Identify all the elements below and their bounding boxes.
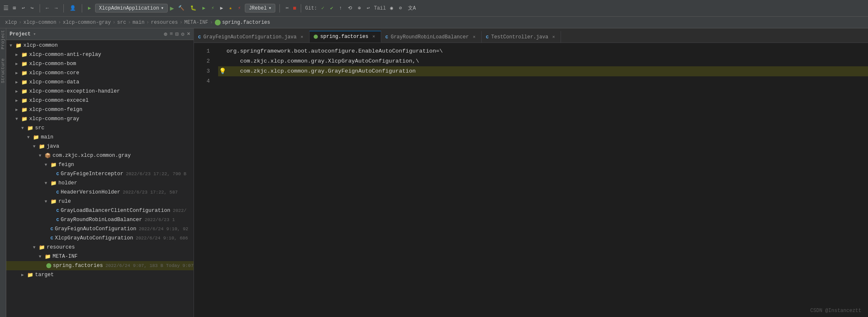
translate-icon[interactable]: 文A — [406, 4, 418, 13]
locate-icon[interactable]: ⊕ — [164, 31, 167, 38]
close-panel-icon[interactable]: × — [187, 31, 190, 37]
tab-close-spring[interactable]: × — [371, 34, 377, 40]
tree-node-xlcp-common[interactable]: ▼ 📁 xlcp-common — [6, 41, 194, 50]
tree-node-gray[interactable]: ▼ 📁 xlcp-common-gray — [6, 114, 194, 123]
breadcrumb-meta-inf[interactable]: META-INF — [184, 20, 209, 25]
tab-java-icon-1: C — [198, 35, 201, 40]
breadcrumb-xlcp[interactable]: xlcp — [5, 20, 17, 25]
toolbar-icon-5[interactable]: ★ — [227, 4, 234, 12]
code-editor[interactable]: 1 2 3 4 org.springframework.boot.autocon… — [194, 43, 868, 317]
tree-node-rule[interactable]: ▼ 📁 rule — [6, 197, 194, 206]
git-check-icon[interactable]: ✓ — [320, 4, 326, 12]
git-label: Git: — [305, 5, 317, 11]
tab-close-2[interactable]: × — [471, 34, 477, 40]
tree-node-glbcc[interactable]: C GrayLoadBalancerClientConfiguration 20… — [6, 206, 194, 215]
tab-spring-factories[interactable]: spring.factories × — [309, 31, 381, 43]
folder-icon-core: 📁 — [21, 70, 28, 76]
git-push-icon[interactable]: ↑ — [337, 5, 344, 12]
project-dropdown-icon[interactable]: ▾ — [33, 31, 36, 37]
class-icon-4: C — [56, 217, 59, 222]
user-icon[interactable]: 👤 — [68, 4, 78, 12]
collapse-icon[interactable]: ⊟ — [176, 31, 179, 38]
menu-icon[interactable]: ☰ — [3, 5, 9, 12]
tree-node-exception-handler[interactable]: ▶ 📁 xlcp-common-exception-handler — [6, 87, 194, 96]
stop-button[interactable]: ■ — [293, 5, 296, 12]
expand-all-icon[interactable]: ≡ — [170, 31, 173, 37]
git-revert-icon[interactable]: ↩ — [365, 4, 371, 12]
back-button[interactable]: ← — [44, 5, 50, 12]
debug-icon[interactable]: 🐛 — [189, 4, 198, 12]
gutter-icon-3: 💡 — [218, 66, 226, 76]
tab-close-3[interactable]: × — [551, 34, 556, 40]
project-header-actions: ⊕ ≡ ⊟ ⚙ × — [164, 31, 190, 38]
project-icon[interactable]: Project — [0, 30, 5, 49]
tree-node-main[interactable]: ▼ 📁 main — [6, 133, 194, 142]
tree-node-xgac[interactable]: C XlcpGrayAutoConfiguration 2022/6/24 9:… — [6, 234, 194, 243]
tree-node-data[interactable]: ▶ 📁 xlcp-common-data — [6, 78, 194, 87]
breadcrumb-resources[interactable]: resources — [151, 20, 178, 25]
tree-node-package[interactable]: ▼ 📦 com.zkjc.xlcp.common.gray — [6, 151, 194, 160]
build-icon[interactable]: 🔨 — [176, 4, 186, 12]
tree-node-feign[interactable]: ▼ 📁 feign — [6, 160, 194, 169]
toolbar-icon-3[interactable]: ↪ — [29, 4, 35, 12]
tab-test-controller[interactable]: C TestController.java × — [482, 31, 561, 43]
file-meta-spring: 2022/6/24 9:07, 183 B Today 9:07 — [106, 263, 194, 268]
tree-node-gfac[interactable]: C GrayFeignAutoConfiguration 2022/6/24 9… — [6, 224, 194, 234]
toolbar-icon-6[interactable]: ⚡ — [236, 4, 242, 12]
spring-dot-icon — [46, 263, 51, 268]
run-button[interactable]: ▶ — [170, 4, 174, 13]
run-debug-icon[interactable]: ⚡ — [209, 4, 216, 12]
folder-icon-anti-replay: 📁 — [21, 52, 28, 58]
jrebel-label: JRebel — [249, 5, 267, 11]
git-tick-icon[interactable]: ✔ — [329, 4, 335, 12]
code-line-2: com.zkjc.xlcp.common.gray.XlcpGrayAutoCo… — [218, 56, 868, 66]
tree-node-feign-top[interactable]: ▶ 📁 xlcp-common-feign — [6, 105, 194, 114]
tree-node-header-version[interactable]: C HeaderVersionHolder 2022/6/23 17:22, 5… — [6, 188, 194, 197]
vcs-icon[interactable]: ▶ — [86, 4, 93, 12]
tree-node-holder[interactable]: ▼ 📁 holder — [6, 179, 194, 188]
code-line-1: org.springframework.boot.autoconfigure.E… — [218, 46, 868, 56]
tab-gray-round-robin[interactable]: C GrayRoundRobinLoadBalancer × — [381, 31, 482, 43]
toolbar-icon-7[interactable]: ✂ — [284, 4, 290, 12]
run-icon2[interactable]: ▶ — [201, 4, 207, 12]
tree-node-gray-feige[interactable]: C GrayFeigeInterceptor 2022/6/23 17:22, … — [6, 169, 194, 179]
breadcrumb-src[interactable]: src — [117, 20, 126, 25]
forward-button[interactable]: → — [53, 5, 59, 12]
folder-icon-feign-top: 📁 — [21, 107, 28, 113]
code-content[interactable]: org.springframework.boot.autoconfigure.E… — [215, 43, 868, 317]
app-dropdown[interactable]: XlcpAdminApplication ▾ — [95, 4, 167, 13]
tail-label: Tail — [374, 5, 386, 11]
folder-icon-excecel: 📁 — [21, 98, 28, 104]
node-label: xlcp-common-gray — [29, 116, 79, 122]
toolbar-icon-1[interactable]: ⊞ — [11, 4, 18, 12]
tree-node-core[interactable]: ▶ 📁 xlcp-common-core — [6, 68, 194, 78]
breadcrumb-main[interactable]: main — [133, 20, 145, 25]
tree-node-anti-replay[interactable]: ▶ 📁 xlcp-common-anti-replay — [6, 50, 194, 59]
structure-icon[interactable]: Structure — [0, 58, 5, 83]
tree-node-resources[interactable]: ▼ 📁 resources — [6, 243, 194, 252]
node-label: resources — [47, 244, 75, 250]
jrebel-dropdown[interactable]: JRebel ▾ — [245, 4, 275, 13]
breadcrumb-xlcp-common-gray[interactable]: xlcp-common-gray — [63, 20, 111, 25]
tree-node-meta-inf[interactable]: ▼ 📁 META-INF — [6, 252, 194, 261]
breadcrumb-xlcp-common[interactable]: xlcp-common — [23, 20, 56, 25]
tree-node-src[interactable]: ▼ 📁 src — [6, 123, 194, 133]
git-clock-icon[interactable]: ⊕ — [356, 4, 362, 12]
tree-node-spring-factories[interactable]: spring.factories 2022/6/24 9:07, 183 B T… — [6, 261, 194, 270]
toolbar-icon-4[interactable]: ▶ — [219, 4, 225, 12]
line-num-3: 3 — [194, 66, 210, 76]
tree-node-bom[interactable]: ▶ 📁 xlcp-common-bom — [6, 59, 194, 68]
tree-node-target[interactable]: ▶ 📁 target — [6, 270, 194, 279]
toolbar-icon-8[interactable]: ⊘ — [398, 4, 404, 12]
tree-node-excecel[interactable]: ▶ 📁 xlcp-common-excecel — [6, 96, 194, 105]
tree-node-grrb[interactable]: C GrayRoundRobinLoadBalancer 2022/6/23 1 — [6, 215, 194, 224]
line-num-2: 2 — [194, 56, 210, 66]
tree-node-java[interactable]: ▼ 📁 java — [6, 142, 194, 151]
tab-close-1[interactable]: × — [299, 34, 305, 40]
toolbar-icon-2[interactable]: ↩ — [20, 4, 26, 12]
settings-icon[interactable]: ⚙ — [181, 31, 184, 38]
folder-icon-xlcp-common: 📁 — [15, 43, 22, 49]
tab-gray-feign-auto-config[interactable]: C GrayFeignAutoConfiguration.java × — [194, 31, 309, 43]
tail-icon[interactable]: ◉ — [388, 4, 395, 12]
git-fetch-icon[interactable]: ⟲ — [346, 4, 354, 12]
